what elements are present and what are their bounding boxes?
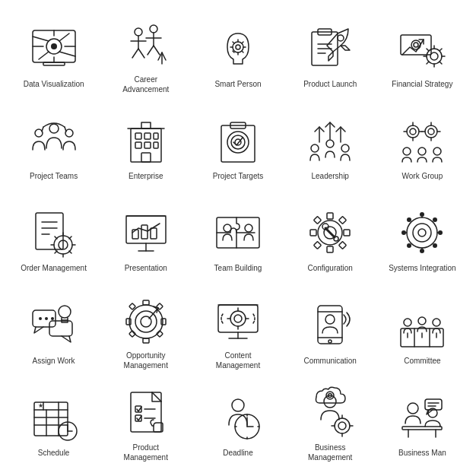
committee-label: Committee <box>404 356 440 366</box>
icon-cell-data-visualization[interactable]: Data Visualization <box>8 8 100 100</box>
svg-point-219 <box>408 403 418 414</box>
svg-point-90 <box>433 148 441 155</box>
svg-point-165 <box>230 311 246 326</box>
presentation-label: Presentation <box>125 263 167 273</box>
svg-point-67 <box>227 132 249 153</box>
svg-point-52 <box>49 124 59 133</box>
svg-rect-155 <box>161 319 166 325</box>
business-management-icon <box>303 385 357 440</box>
schedule-icon: ★ <box>27 390 81 445</box>
svg-line-16 <box>138 49 144 58</box>
svg-point-17 <box>150 25 157 33</box>
svg-point-82 <box>425 125 437 138</box>
svg-point-130 <box>420 212 424 217</box>
svg-point-134 <box>407 217 411 222</box>
svg-rect-59 <box>135 142 141 148</box>
project-targets-icon <box>211 113 265 168</box>
icon-cell-content-management[interactable]: Content Management <box>192 284 284 376</box>
career-advancement-icon <box>119 17 173 71</box>
icon-cell-team-building[interactable]: Team Building <box>192 192 284 284</box>
svg-point-114 <box>245 224 252 232</box>
icon-cell-deadline[interactable]: Deadline <box>192 376 284 468</box>
svg-line-21 <box>154 46 160 55</box>
svg-rect-121 <box>314 217 322 224</box>
order-management-label: Order Management <box>21 263 87 273</box>
business-management-label: Business Management <box>296 443 364 462</box>
configuration-label: Configuration <box>307 263 352 273</box>
svg-point-71 <box>326 140 334 148</box>
svg-rect-143 <box>49 321 72 336</box>
product-launch-label: Product Launch <box>303 79 357 89</box>
svg-point-89 <box>418 148 426 155</box>
product-management-label: Product Management <box>112 443 180 462</box>
svg-rect-110 <box>141 225 148 239</box>
svg-line-102 <box>69 251 71 253</box>
icon-cell-systems-integration[interactable]: Systems Integration <box>376 192 468 284</box>
icon-cell-leadership[interactable]: Leadership <box>284 100 376 192</box>
leadership-label: Leadership <box>311 171 348 181</box>
svg-line-15 <box>132 49 138 58</box>
icon-cell-order-management[interactable]: Order Management <box>8 192 100 284</box>
svg-point-129 <box>418 229 426 236</box>
svg-point-24 <box>236 45 240 49</box>
svg-rect-124 <box>339 242 347 249</box>
svg-point-131 <box>420 249 424 253</box>
committee-icon <box>395 298 449 353</box>
icon-cell-career-advancement[interactable]: Career Advancement <box>100 8 192 100</box>
leadership-icon <box>303 113 357 168</box>
icon-cell-smart-person[interactable]: Smart Person <box>192 8 284 100</box>
icon-cell-work-group[interactable]: Work Group <box>376 100 468 192</box>
svg-point-136 <box>407 243 411 248</box>
icon-cell-communication[interactable]: Communication <box>284 284 376 376</box>
systems-integration-label: Systems Integration <box>389 263 455 273</box>
icon-cell-project-targets[interactable]: Project Targets <box>192 100 284 192</box>
svg-rect-57 <box>144 133 151 139</box>
icon-cell-business-man[interactable]: Business Man <box>376 376 468 468</box>
icon-cell-project-teams[interactable]: Project Teams <box>8 100 100 192</box>
assign-work-label: Assign Work <box>33 356 75 366</box>
svg-line-20 <box>148 46 154 55</box>
svg-point-54 <box>65 129 73 137</box>
icon-cell-schedule[interactable]: ★ Schedule <box>8 376 100 468</box>
icon-cell-presentation[interactable]: Presentation <box>100 192 192 284</box>
svg-rect-154 <box>126 319 131 325</box>
project-targets-label: Project Targets <box>213 171 264 181</box>
svg-point-88 <box>403 148 411 155</box>
svg-rect-152 <box>143 300 149 305</box>
svg-line-7 <box>33 36 49 41</box>
svg-line-30 <box>242 51 243 52</box>
smart-person-icon <box>211 21 265 76</box>
assign-work-icon <box>27 298 81 353</box>
svg-text:★: ★ <box>38 402 43 409</box>
svg-rect-153 <box>143 338 149 343</box>
presentation-icon <box>119 205 173 260</box>
icon-cell-business-management[interactable]: Business Management <box>284 376 376 468</box>
svg-rect-60 <box>144 142 151 148</box>
icon-cell-financial-strategy[interactable]: Financial Strategy <box>376 8 468 100</box>
smart-person-label: Smart Person <box>214 79 261 89</box>
icon-cell-committee[interactable]: Committee <box>376 284 468 376</box>
svg-point-72 <box>341 144 349 152</box>
svg-point-77 <box>410 129 416 135</box>
icon-cell-configuration[interactable]: Configuration <box>284 192 376 284</box>
svg-point-43 <box>430 52 438 60</box>
opportunity-management-icon <box>119 293 173 347</box>
svg-point-127 <box>407 217 437 248</box>
icon-cell-product-launch[interactable]: Product Launch <box>284 8 376 100</box>
business-man-icon <box>395 390 449 445</box>
icon-cell-assign-work[interactable]: Assign Work <box>8 284 100 376</box>
svg-line-9 <box>39 52 49 59</box>
svg-point-132 <box>401 230 406 235</box>
svg-rect-64 <box>141 122 151 129</box>
svg-point-144 <box>59 306 71 318</box>
svg-point-175 <box>325 315 335 324</box>
svg-point-213 <box>335 418 350 433</box>
product-management-icon <box>119 385 173 440</box>
icon-cell-enterprise[interactable]: Enterprise <box>100 100 192 192</box>
icon-cell-opportunity-management[interactable]: Opportunity Management <box>100 284 192 376</box>
product-launch-icon <box>303 21 357 76</box>
content-management-icon <box>211 293 265 347</box>
icon-cell-product-management[interactable]: Product Management <box>100 376 192 468</box>
svg-line-50 <box>440 49 442 51</box>
svg-rect-58 <box>154 133 158 139</box>
